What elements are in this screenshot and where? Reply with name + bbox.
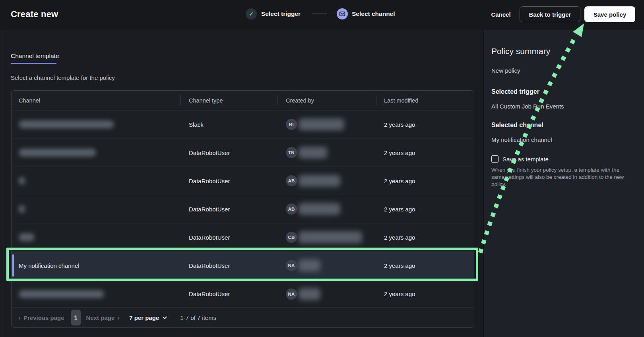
- avatar: NA: [286, 289, 297, 300]
- table-row[interactable]: DataRobotUser AB 2 years ago: [12, 195, 474, 223]
- last-modified: 2 years ago: [384, 234, 415, 241]
- redacted-creator-name: [299, 288, 320, 300]
- avatar: RI: [286, 119, 297, 130]
- column-header-channel: Channel: [12, 97, 180, 104]
- redacted-creator-name: [299, 260, 320, 271]
- header-bar: Create new ✓ Select trigger Select chann…: [0, 0, 644, 30]
- check-icon: ✓: [249, 11, 254, 17]
- channel-table: Channel Channel type Created by Last mod…: [11, 90, 474, 328]
- previous-page-label: Previous page: [23, 314, 64, 321]
- redacted-channel-name: [19, 149, 96, 157]
- step-trigger-label: Select trigger: [261, 10, 301, 17]
- redacted-creator-name: [299, 175, 340, 187]
- save-as-template-checkbox[interactable]: [491, 155, 499, 163]
- table-row[interactable]: Slack RI 2 years ago: [12, 110, 474, 139]
- chevron-right-icon: ›: [117, 314, 119, 321]
- redacted-creator-name: [299, 203, 340, 215]
- step-connector: [312, 14, 327, 14]
- table-row[interactable]: DataRobotUser TN 2 years ago: [12, 139, 474, 167]
- cancel-button[interactable]: Cancel: [483, 6, 518, 22]
- column-header-last-modified: Last modified: [376, 97, 475, 104]
- selected-trigger-heading: Selected trigger: [491, 88, 539, 95]
- policy-summary-panel: Policy summary New policy Selected trigg…: [483, 30, 644, 337]
- save-as-template-label: Save as template: [502, 156, 549, 163]
- step-channel-indicator: [337, 8, 348, 19]
- tab-channel-template[interactable]: Channel template: [11, 52, 59, 60]
- save-as-template-row[interactable]: Save as template: [491, 155, 549, 163]
- column-divider: [277, 95, 277, 105]
- channel-name: My notification channel: [19, 262, 80, 269]
- selected-channel-value: My notification channel: [491, 136, 552, 143]
- redacted-channel-name: [19, 177, 25, 185]
- save-policy-button[interactable]: Save policy: [584, 6, 635, 22]
- redacted-channel-name: [19, 233, 35, 241]
- channel-type: DataRobotUser: [189, 291, 230, 297]
- channel-type: DataRobotUser: [189, 234, 230, 241]
- column-divider: [376, 95, 376, 105]
- avatar: CB: [286, 232, 297, 243]
- channel-type: DataRobotUser: [189, 206, 230, 213]
- step-channel-label: Select channel: [352, 10, 395, 17]
- pagination-divider: [172, 313, 172, 322]
- save-as-template-description: When you finish your policy setup, a tem…: [491, 167, 627, 188]
- back-to-trigger-button[interactable]: Back to trigger: [520, 6, 580, 22]
- per-page-label: 7 per page: [129, 314, 159, 321]
- policy-summary-title: Policy summary: [491, 46, 550, 56]
- column-divider: [180, 95, 180, 105]
- page-number-button[interactable]: 1: [71, 310, 81, 325]
- redacted-channel-name: [19, 205, 25, 213]
- step-trigger-indicator: ✓: [246, 8, 257, 19]
- avatar: NA: [286, 260, 297, 271]
- table-body: Slack RI 2 years ago DataRobotUser TN 2 …: [12, 110, 474, 308]
- channel-type: Slack: [189, 121, 204, 128]
- redacted-creator-name: [299, 147, 327, 159]
- page-title: Create new: [11, 9, 58, 19]
- column-header-created-by: Created by: [277, 97, 376, 104]
- last-modified: 2 years ago: [384, 206, 415, 213]
- chevron-left-icon: ‹: [19, 314, 21, 321]
- redacted-creator-name: [299, 231, 362, 243]
- column-header-channel-type: Channel type: [180, 97, 277, 104]
- policy-name: New policy: [491, 67, 520, 74]
- last-modified: 2 years ago: [384, 178, 415, 184]
- last-modified: 2 years ago: [384, 149, 415, 156]
- redacted-channel-name: [19, 290, 104, 298]
- items-range-label: 1-7 of 7 items: [180, 314, 216, 321]
- chevron-down-icon: [163, 315, 167, 319]
- channel-type: DataRobotUser: [189, 262, 230, 269]
- table-subtitle: Select a channel template for the policy: [11, 74, 115, 81]
- panel-left-edge: [4, 30, 4, 337]
- avatar: AB: [286, 175, 297, 186]
- channel-type: DataRobotUser: [189, 149, 230, 156]
- selected-trigger-value: All Custom Job Run Events: [491, 103, 564, 110]
- previous-page-button[interactable]: ‹ Previous page: [19, 314, 64, 321]
- table-row[interactable]: DataRobotUser CB 2 years ago: [12, 223, 474, 252]
- redacted-creator-name: [299, 118, 344, 130]
- tab-active-underline: [11, 63, 56, 64]
- last-modified: 2 years ago: [384, 262, 415, 269]
- last-modified: 2 years ago: [384, 121, 415, 128]
- next-page-label: Next page: [86, 314, 115, 321]
- avatar: TN: [286, 147, 297, 158]
- table-row[interactable]: DataRobotUser NA 2 years ago: [12, 280, 474, 308]
- table-header-row: Channel Channel type Created by Last mod…: [12, 91, 474, 110]
- table-row[interactable]: DataRobotUser AB 2 years ago: [12, 167, 474, 195]
- per-page-dropdown[interactable]: 7 per page: [129, 314, 166, 321]
- pagination-bar: ‹ Previous page 1 Next page › 7 per page…: [12, 307, 474, 327]
- avatar: AB: [286, 203, 297, 215]
- next-page-button[interactable]: Next page ›: [86, 314, 120, 321]
- last-modified: 2 years ago: [384, 291, 415, 297]
- selected-channel-heading: Selected channel: [491, 122, 543, 129]
- redacted-channel-name: [19, 120, 114, 128]
- channel-type: DataRobotUser: [189, 178, 230, 184]
- table-row[interactable]: My notification channel DataRobotUser NA…: [12, 252, 474, 280]
- envelope-icon: [339, 11, 345, 17]
